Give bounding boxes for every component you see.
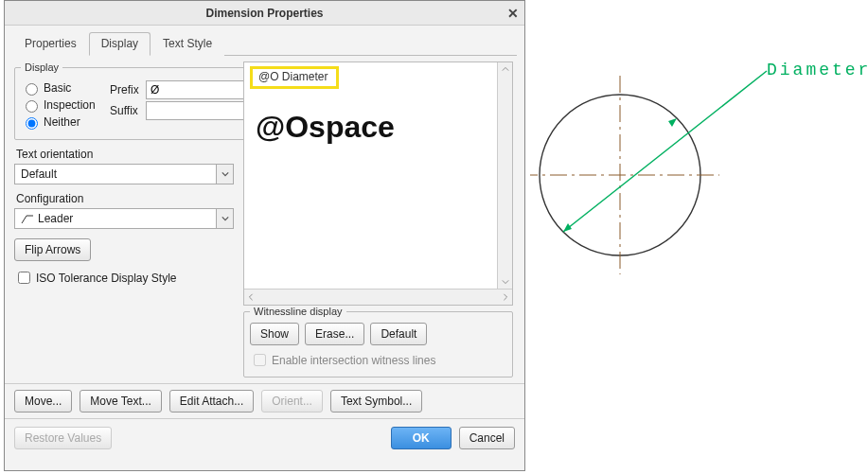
horizontal-scrollbar[interactable] <box>244 290 512 305</box>
right-column: @O Diameter @Ospace <box>239 56 517 383</box>
text-orientation-label: Text orientation <box>16 148 234 161</box>
iso-tolerance-input[interactable] <box>18 272 30 284</box>
scroll-left-icon[interactable] <box>244 293 257 301</box>
scroll-track[interactable] <box>498 76 512 275</box>
enable-intersection-checkbox: Enable intersection witness lines <box>250 351 506 369</box>
radio-inspection-input[interactable] <box>26 100 38 113</box>
text-symbol-button[interactable]: Text Symbol... <box>330 390 422 413</box>
cancel-button[interactable]: Cancel <box>459 427 515 449</box>
scroll-right-icon[interactable] <box>499 293 512 301</box>
preview-highlight: @O Diameter <box>250 66 339 89</box>
iso-tolerance-checkbox[interactable]: ISO Tolerance Display Style <box>14 269 234 287</box>
cad-drawing <box>530 47 861 331</box>
radio-inspection[interactable]: Inspection <box>21 97 110 113</box>
diameter-leader <box>563 71 767 232</box>
dialog-title: Dimension Properties <box>205 7 323 20</box>
ok-button[interactable]: OK <box>391 427 452 449</box>
chevron-down-icon[interactable] <box>216 165 233 184</box>
left-column: Display Basic Inspection <box>12 56 239 383</box>
vertical-scrollbar[interactable] <box>497 62 512 289</box>
move-button[interactable]: Move... <box>14 390 72 413</box>
erase-button[interactable]: Erase... <box>305 323 364 345</box>
edit-attach-button[interactable]: Edit Attach... <box>169 390 254 413</box>
scroll-down-icon[interactable] <box>498 275 512 289</box>
preview-panel: @O Diameter @Ospace <box>243 61 513 306</box>
tab-properties[interactable]: Properties <box>12 32 89 56</box>
title-bar: Dimension Properties ✕ <box>5 1 524 26</box>
preview-big-text: @Ospace <box>256 110 506 145</box>
move-text-button[interactable]: Move Text... <box>80 390 161 413</box>
restore-values-button[interactable]: Restore Values <box>14 427 112 449</box>
arrowhead-icon <box>668 118 677 127</box>
configuration-combo[interactable]: Leader <box>14 208 234 229</box>
show-button[interactable]: Show <box>250 323 299 345</box>
default-button[interactable]: Default <box>370 323 427 345</box>
radio-basic-input[interactable] <box>26 83 38 96</box>
orient-button[interactable]: Orient... <box>261 390 323 413</box>
dimension-properties-dialog: Dimension Properties ✕ Properties Displa… <box>4 0 525 471</box>
text-orientation-combo[interactable]: Default <box>14 164 234 184</box>
witnessline-legend: Witnessline display <box>250 306 346 317</box>
configuration-label: Configuration <box>16 192 234 205</box>
leader-icon <box>21 213 34 224</box>
configuration-value: Leader <box>15 212 216 225</box>
tab-strip: Properties Display Text Style <box>12 31 517 56</box>
prefix-label: Prefix <box>110 83 146 97</box>
action-button-row: Move... Move Text... Edit Attach... Orie… <box>5 383 524 418</box>
scroll-up-icon[interactable] <box>498 62 512 76</box>
radio-neither[interactable]: Neither <box>21 114 110 130</box>
text-orientation-value: Default <box>15 167 216 181</box>
tab-display[interactable]: Display <box>89 32 151 56</box>
dialog-button-row: Restore Values OK Cancel <box>5 418 524 457</box>
enable-intersection-input <box>254 354 266 366</box>
flip-arrows-button[interactable]: Flip Arrows <box>14 238 91 261</box>
suffix-label: Suffix <box>110 104 146 117</box>
close-icon[interactable]: ✕ <box>507 1 519 26</box>
radio-neither-input[interactable] <box>26 117 38 130</box>
tab-text-style[interactable]: Text Style <box>151 32 224 56</box>
chevron-down-icon[interactable] <box>216 209 233 228</box>
witnessline-group: Witnessline display Show Erase... Defaul… <box>243 306 513 377</box>
diameter-dimension-label: Diameter <box>767 61 868 79</box>
arrowhead-icon <box>563 223 572 232</box>
display-legend: Display <box>21 61 62 73</box>
radio-basic[interactable]: Basic <box>21 80 110 96</box>
preview-body: @O Diameter @Ospace <box>244 62 512 290</box>
